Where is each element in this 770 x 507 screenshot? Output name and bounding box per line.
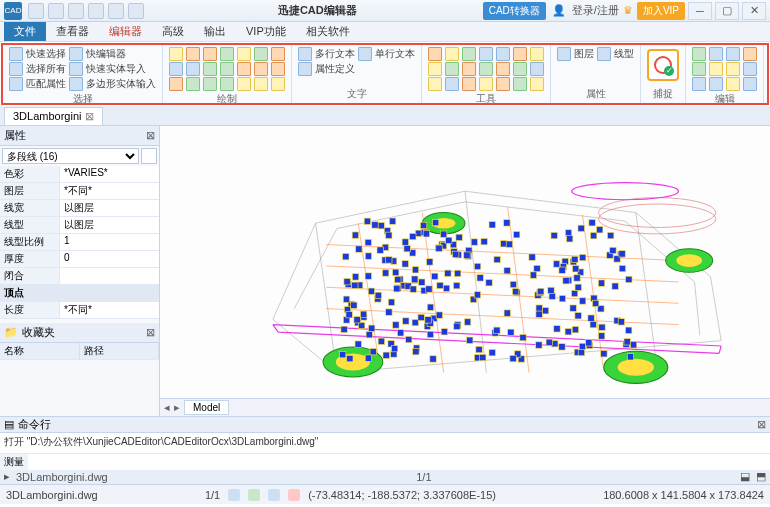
prop-value[interactable]: *不同* — [60, 302, 159, 318]
tool-icon[interactable] — [726, 77, 740, 91]
prop-value[interactable]: 以图层 — [60, 200, 159, 216]
menu-tab-6[interactable]: 相关软件 — [296, 22, 360, 41]
tool-label[interactable]: 属性定义 — [315, 62, 355, 76]
property-row[interactable]: 线宽以图层 — [0, 200, 159, 217]
tool-icon[interactable] — [597, 47, 611, 61]
tool-icon[interactable] — [237, 47, 251, 61]
tool-icon[interactable] — [445, 77, 459, 91]
qat-new-icon[interactable] — [28, 3, 44, 19]
tool-icon[interactable] — [428, 77, 442, 91]
tool-icon[interactable] — [462, 62, 476, 76]
tool-icon[interactable] — [496, 47, 510, 61]
tool-icon[interactable] — [9, 47, 23, 61]
tool-icon[interactable] — [479, 47, 493, 61]
tool-icon[interactable] — [69, 62, 83, 76]
tool-icon[interactable] — [726, 47, 740, 61]
tool-label[interactable]: 多行文本 — [315, 47, 355, 61]
panel-close-icon[interactable]: ⊠ — [146, 129, 155, 142]
qat-redo-icon[interactable] — [108, 3, 124, 19]
close-icon[interactable]: ⊠ — [85, 110, 94, 123]
tool-icon[interactable] — [530, 62, 544, 76]
status-icon[interactable] — [228, 489, 240, 501]
tool-icon[interactable] — [271, 62, 285, 76]
tool-icon[interactable] — [445, 47, 459, 61]
menu-tab-1[interactable]: 查看器 — [46, 22, 99, 41]
prop-value[interactable]: 以图层 — [60, 217, 159, 233]
tool-icon[interactable] — [428, 47, 442, 61]
tool-label[interactable]: 选择所有 — [26, 62, 66, 76]
status-icon[interactable] — [268, 489, 280, 501]
tool-icon[interactable] — [530, 47, 544, 61]
menu-tab-0[interactable]: 文件 — [4, 22, 46, 41]
tool-icon[interactable] — [479, 62, 493, 76]
tool-icon[interactable] — [186, 47, 200, 61]
tool-icon[interactable] — [69, 47, 83, 61]
tool-icon[interactable] — [169, 62, 183, 76]
tool-label[interactable]: 多边形实体输入 — [86, 77, 156, 91]
tool-icon[interactable] — [271, 47, 285, 61]
tool-icon[interactable] — [743, 47, 757, 61]
snap-toggle-button[interactable] — [647, 49, 679, 81]
tool-icon[interactable] — [203, 77, 217, 91]
prop-value[interactable]: 1 — [60, 234, 159, 250]
tool-icon[interactable] — [709, 77, 723, 91]
prop-value[interactable]: *不同* — [60, 183, 159, 199]
tool-icon[interactable] — [169, 77, 183, 91]
tab-next-icon[interactable]: ▸ — [174, 401, 180, 414]
menu-tab-3[interactable]: 高级 — [152, 22, 194, 41]
qat-print-icon[interactable] — [128, 3, 144, 19]
tool-icon[interactable] — [186, 77, 200, 91]
tool-icon[interactable] — [513, 62, 527, 76]
tool-icon[interactable] — [254, 47, 268, 61]
tool-icon[interactable] — [186, 62, 200, 76]
tool-icon[interactable] — [69, 77, 83, 91]
tool-icon[interactable] — [254, 77, 268, 91]
menu-tab-4[interactable]: 输出 — [194, 22, 236, 41]
tool-icon[interactable] — [298, 62, 312, 76]
tool-icon[interactable] — [298, 47, 312, 61]
tool-icon[interactable] — [709, 62, 723, 76]
tool-label[interactable]: 快编辑器 — [86, 47, 126, 61]
tool-icon[interactable] — [220, 62, 234, 76]
prop-value[interactable]: 0 — [60, 251, 159, 267]
tool-icon[interactable] — [557, 47, 571, 61]
tool-icon[interactable] — [692, 62, 706, 76]
tool-icon[interactable] — [743, 77, 757, 91]
property-row[interactable]: 长度*不同* — [0, 302, 159, 319]
tool-icon[interactable] — [479, 77, 493, 91]
tool-icon[interactable] — [462, 47, 476, 61]
tool-icon[interactable] — [220, 77, 234, 91]
tool-icon[interactable] — [428, 62, 442, 76]
status-icon[interactable] — [288, 489, 300, 501]
tool-icon[interactable] — [169, 47, 183, 61]
property-row[interactable]: 厚度0 — [0, 251, 159, 268]
tool-icon[interactable] — [203, 47, 217, 61]
cad-converter-button[interactable]: CAD转换器 — [483, 2, 546, 20]
property-row[interactable]: 图层*不同* — [0, 183, 159, 200]
tool-label[interactable]: 线型 — [614, 47, 634, 61]
tool-icon[interactable] — [462, 77, 476, 91]
tool-icon[interactable] — [9, 62, 23, 76]
tool-icon[interactable] — [220, 47, 234, 61]
drawing-canvas[interactable]: ◂ ▸ Model — [160, 126, 770, 416]
tool-icon[interactable] — [203, 62, 217, 76]
tool-label[interactable]: 图层 — [574, 47, 594, 61]
tool-icon[interactable] — [9, 77, 23, 91]
panel-close-icon[interactable]: ⊠ — [146, 326, 155, 339]
tool-icon[interactable] — [530, 77, 544, 91]
strip-icon[interactable]: ⬒ — [756, 470, 766, 483]
filter-icon[interactable] — [141, 148, 157, 164]
minimize-button[interactable]: ─ — [688, 2, 712, 20]
tool-icon[interactable] — [743, 62, 757, 76]
command-input[interactable] — [28, 454, 770, 470]
prop-value[interactable]: *VARIES* — [60, 166, 159, 182]
close-button[interactable]: ✕ — [742, 2, 766, 20]
tool-icon[interactable] — [496, 77, 510, 91]
document-tab[interactable]: 3DLamborgini ⊠ — [4, 107, 103, 125]
property-row[interactable]: 线型比例1 — [0, 234, 159, 251]
qat-open-icon[interactable] — [48, 3, 64, 19]
maximize-button[interactable]: ▢ — [715, 2, 739, 20]
prop-value[interactable] — [60, 268, 159, 284]
tool-icon[interactable] — [709, 47, 723, 61]
login-link[interactable]: 登录/注册 — [572, 3, 619, 18]
